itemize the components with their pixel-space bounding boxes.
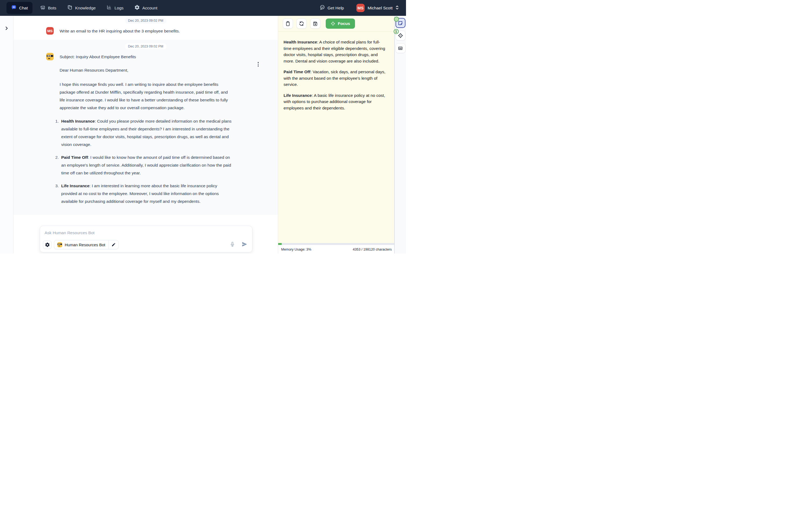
focus-tool-button[interactable]: 1 [396,31,405,41]
email-intro: I hope this message finds you well. I am… [60,80,234,112]
chevron-right-icon [4,26,9,31]
pencil-icon [111,242,116,247]
bot-selector-name: Human Resources Bot [65,242,105,247]
robot-icon [40,5,46,11]
notes-tool-button[interactable] [396,18,405,28]
nav-tab-label: Logs [114,6,123,10]
note-paragraph: Health Insurance: A choice of medical pl… [284,39,387,64]
user-message-avatar: MS [46,27,54,35]
notes-panel: Focus Health Insurance: A choice of medi… [278,16,394,253]
refresh-icon [299,21,304,26]
message-timestamp: Dec 20, 2023 09:02 PM [125,44,166,49]
user-message-text: Write an email to the HR inquiring about… [60,27,234,35]
email-greeting: Dear Human Resources Department, [60,67,234,73]
microphone-button[interactable] [230,241,235,248]
save-icon [313,21,318,26]
character-count: 4353 / 198120 characters [353,247,392,251]
panel-status-bar: Memory Usage: 3% 4353 / 198120 character… [278,245,394,253]
memory-progress-fill [278,243,282,245]
copy-to-clipboard-button[interactable] [283,18,293,29]
send-icon [241,241,248,247]
focus-button[interactable]: Focus [326,18,355,29]
save-button[interactable] [310,18,320,29]
nav-tab-label: Chat [19,6,28,10]
documents-icon [67,5,73,11]
email-subject: Subject: Inquiry About Employee Benefits [60,53,234,60]
clipboard-icon [285,21,291,26]
forms-tool-button[interactable] [396,43,405,53]
note-paragraph: Life Insurance: A basic life insurance p… [284,92,387,111]
bot-message-section: Dec 20, 2023 09:02 PM Subject: Inquiry A… [13,40,278,215]
card-fields-icon [398,46,403,51]
notes-content: Health Insurance: A choice of medical pl… [278,32,394,243]
nav-tab-label: Account [142,6,157,10]
right-tool-strip: 1 [394,16,406,253]
focus-button-label: Focus [338,21,350,26]
user-menu[interactable]: MS Michael Scott [356,4,399,12]
target-icon [398,33,403,38]
user-name: Michael Scott [368,6,393,10]
chat-bubble-icon [11,5,17,11]
help-smiley-icon [319,5,325,11]
bot-avatar [46,53,54,60]
bot-selector[interactable]: Human Resources Bot [54,240,119,249]
message-options-menu[interactable] [256,60,260,68]
get-help-label: Get Help [327,6,344,10]
list-item: 3. Life Insurance: I am interested in le… [60,182,234,205]
nav-tab-knowledge[interactable]: Knowledge [67,5,96,11]
refresh-button[interactable] [296,18,307,29]
chat-column: Dec 20, 2023 09:02 PM MS Write an email … [13,16,278,253]
nav-tab-label: Knowledge [75,6,96,10]
user-message: MS Write an email to the HR inquiring ab… [13,25,278,36]
chat-input-card: Ask Human Resources Bot Human Resources … [40,226,252,252]
app-root: Chat Bots Knowledge Logs Account [0,0,406,253]
chart-icon [106,5,112,11]
sticky-note-icon [398,20,403,26]
sidebar-expand-button[interactable] [3,25,10,32]
list-item: 1. Health Insurance: Could you please pr… [60,117,234,148]
email-benefits-list: 1. Health Insurance: Could you please pr… [60,117,234,205]
nav-tab-account[interactable]: Account [134,5,157,11]
left-sidebar-collapsed [0,16,13,253]
bot-message: Subject: Inquiry About Employee Benefits… [13,51,278,207]
message-timestamp: Dec 20, 2023 09:02 PM [125,18,166,23]
list-item: 2. Paid Time Off: I would like to know h… [60,154,234,177]
bot-emoji-icon [57,242,62,247]
note-paragraph: Paid Time Off: Vacation, sick days, and … [284,69,387,88]
chat-settings-button[interactable] [43,240,52,249]
notes-badge [394,17,399,22]
get-help-button[interactable]: Get Help [319,5,344,11]
chevron-up-down-icon [395,5,399,11]
nav-tab-bots[interactable]: Bots [40,5,56,11]
gear-icon [45,242,50,247]
user-avatar: MS [356,4,365,12]
nav-tab-chat[interactable]: Chat [6,2,33,14]
focus-count-badge: 1 [394,29,399,34]
microphone-icon [230,241,235,247]
main-area: Dec 20, 2023 09:02 PM MS Write an email … [0,16,406,253]
memory-usage-label: Memory Usage: 3% [281,247,311,251]
chat-input[interactable]: Ask Human Resources Bot [45,230,95,235]
memory-progress-bar [278,243,394,245]
nav-tab-label: Bots [48,6,56,10]
notes-panel-toolbar: Focus [278,16,394,32]
send-button[interactable] [241,241,248,248]
edit-bot-button[interactable] [109,242,118,247]
nav-tab-logs[interactable]: Logs [106,5,123,11]
focus-target-icon [331,21,336,26]
top-nav: Chat Bots Knowledge Logs Account [0,0,406,16]
gear-icon [134,5,140,11]
